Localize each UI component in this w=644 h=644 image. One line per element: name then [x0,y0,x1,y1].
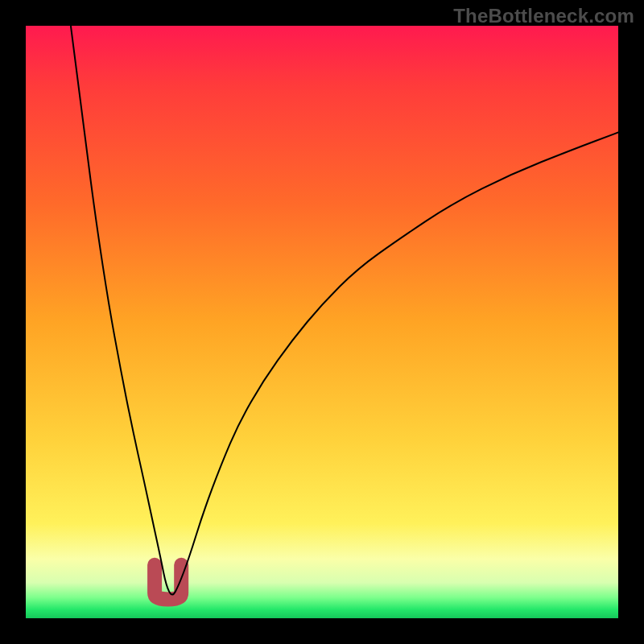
curve-layer [26,26,618,618]
watermark-text: TheBottleneck.com [453,5,634,27]
main-curve [71,26,618,595]
plot-area [26,26,618,618]
optimum-marker [155,565,181,600]
chart-frame: TheBottleneck.com [0,0,644,644]
